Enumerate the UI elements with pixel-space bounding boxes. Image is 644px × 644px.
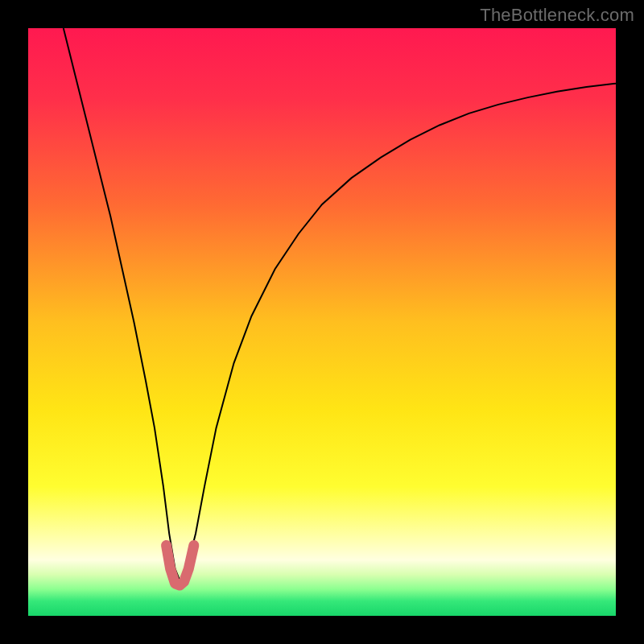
chart-frame: TheBottleneck.com	[0, 0, 644, 644]
bottleneck-chart	[28, 28, 616, 616]
watermark-text: TheBottleneck.com	[480, 5, 634, 26]
gradient-background	[28, 28, 616, 616]
